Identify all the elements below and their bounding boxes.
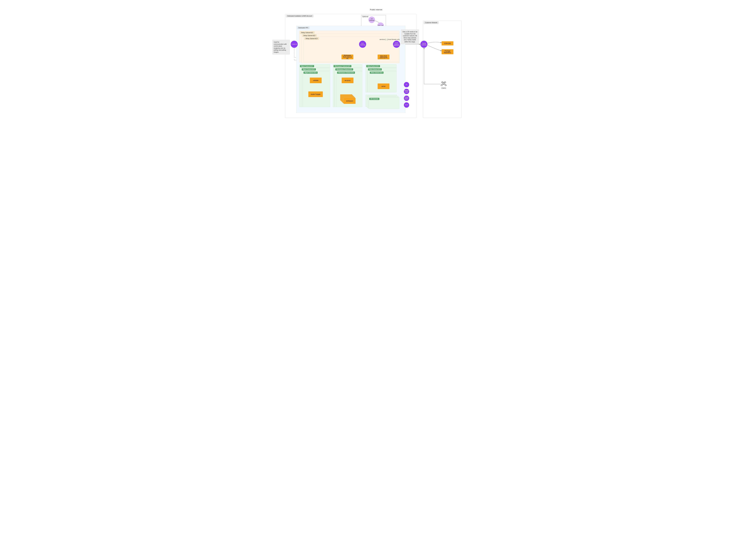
dedicated-title: Dedicated Installation & AWS Account: [286, 15, 314, 17]
s3-node: S3: [404, 82, 409, 87]
ecr-label: ECR: [405, 104, 408, 106]
vpc-title: Dedicated VPC: [297, 27, 310, 29]
meta-az3-title: Meta Subnet AZ3: [370, 72, 383, 74]
db-subnets-title: DB Subnets: [369, 98, 379, 100]
api-gateway-label: API Gateway: [368, 18, 375, 21]
workspace-box: workspace: [344, 98, 356, 104]
tgw-attachment-node: Transit Gateway Attachment: [393, 41, 400, 48]
optional-label: Optional: [362, 16, 368, 17]
package-repo-box: Package Repository: [441, 49, 453, 54]
cloudwatch-label: Cloud Watch: [404, 97, 408, 100]
customer-title: Customer Network: [424, 21, 439, 24]
mgmt-az2-title: Mgmt Subnet AZ2: [302, 68, 316, 70]
nat-gateway-node: NAT Gateway: [359, 41, 366, 48]
meta-az2-title: Meta Subnet AZ2: [368, 68, 382, 70]
ws-az1-title: Workspace Subnet AZ1: [334, 65, 352, 67]
customer-network-container: Customer Network: [423, 21, 461, 118]
meta-subnet-az3: Meta Subnet AZ3: [369, 71, 396, 92]
cloudwatch-node: Cloud Watch: [404, 96, 409, 101]
ws-az3-title: Workspace Subnet AZ3: [337, 72, 355, 74]
nat-gateway-label: NAT Gateway: [359, 43, 366, 46]
cidr-note: Only a /25 needs to be routable from the…: [401, 29, 419, 44]
meta-nlb: Meta NLB (internal IP): [377, 55, 389, 59]
api-gateway-node: API Gateway: [368, 17, 375, 23]
ws-az2-title: Workspace Subnet AZ2: [335, 68, 353, 70]
ws-proxy-box: ws-proxy: [342, 78, 354, 83]
server-box: server: [377, 83, 389, 89]
users-icon: [440, 81, 447, 86]
ecr-node: ECR: [404, 102, 409, 108]
meta-az1-title: Meta Subnet AZ1: [366, 65, 380, 67]
privatelink-label: PrivateLink: [291, 44, 297, 45]
transit-gateway-node: Transit Gateway: [420, 41, 427, 48]
workspace-nlb: Workspace NLB (internal IP): [342, 55, 353, 59]
privatelink-note: Used for communication with control plan…: [273, 40, 290, 54]
scm-box: SCM (Git): [441, 41, 453, 45]
domain-only-label: services.[...].cloud domain only: [379, 39, 400, 40]
db-subnets: DB Subnets: [368, 97, 399, 109]
mgmt-az3-title: Mgmt Subnet AZ3: [304, 72, 318, 74]
svg-point-9: [443, 82, 444, 84]
mgmt-subnet-az3: Mgmt Subnet AZ3: [303, 71, 330, 107]
s3-label: S3: [405, 84, 407, 85]
mgmt-az1-title: Mgmt Subnet AZ1: [300, 65, 314, 67]
cellstate-box: cellstate: [310, 78, 322, 83]
public-internet-label: Public Internet: [370, 9, 382, 11]
note-em: outgoing only: [274, 47, 283, 49]
tgw-attachment-label: Transit Gateway Attachment: [393, 42, 400, 46]
transit-gateway-label: Transit Gateway: [420, 43, 427, 46]
privatelink-node: PrivateLink: [291, 41, 298, 48]
cluster-fargate-box: cluster Fargate: [309, 91, 323, 97]
relay-az3-title: Relay Subnet AZ3: [305, 37, 319, 40]
users-label: Users: [439, 87, 448, 89]
dynamodb-label: Dynam oDB: [404, 90, 409, 93]
dynamodb-node: Dynam oDB: [404, 89, 409, 94]
users-group: Users: [439, 81, 448, 89]
